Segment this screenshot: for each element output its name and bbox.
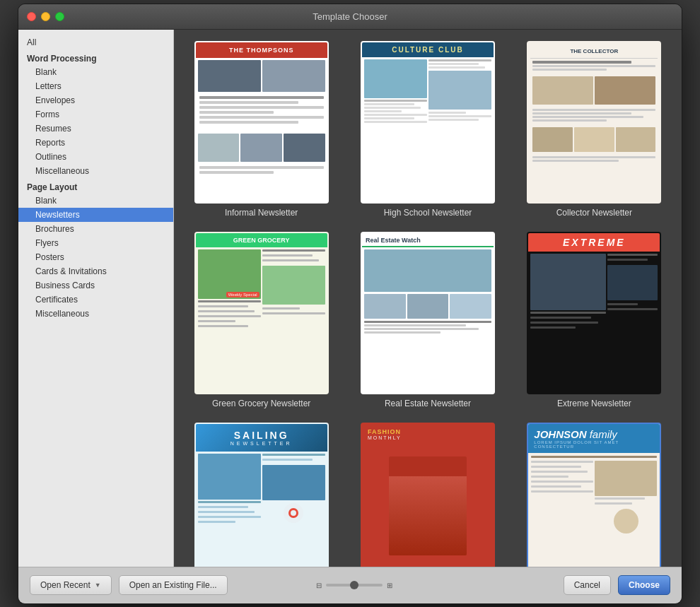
tpl-photo [607,265,658,300]
template-item-extreme[interactable]: EXTREME [518,232,670,408]
open-existing-label: Open an Existing File... [129,580,217,590]
zoom-thumb [350,581,358,589]
dropdown-arrow-icon: ▼ [95,582,101,589]
tpl-photo [364,249,491,292]
template-label-collector: Collector Newsletter [556,208,632,218]
tpl-photo [198,60,261,92]
template-thumbnail-extreme: EXTREME [527,232,661,394]
zoom-out-icon[interactable]: ⊟ [316,582,322,589]
tpl-photo [364,59,427,98]
tpl-photo [450,294,491,319]
tpl-header-collector: THE COLLECTOR [530,45,658,59]
template-thumbnail-informal: THE THOMPSONS [194,41,329,204]
tpl-photo [262,465,325,500]
sidebar-item-business-cards[interactable]: Business Cards [18,278,173,293]
sidebar-item-letters[interactable]: Letters [18,79,173,93]
tpl-photo [616,127,656,152]
template-label-highschool: High School Newsletter [384,208,472,218]
template-item-realestate[interactable]: Real Estate Watch [351,232,503,408]
maximize-button[interactable] [55,12,64,21]
zoom-control: ⊟ ⊞ [316,582,392,589]
titlebar: Template Chooser [18,4,682,30]
footer-actions: Cancel Choose [564,575,670,595]
sidebar-item-misc-pl[interactable]: Miscellaneous [18,307,173,321]
open-existing-button[interactable]: Open an Existing File... [119,575,228,595]
sidebar-item-blank-wp[interactable]: Blank [18,65,173,79]
sidebar-item-all[interactable]: All [18,35,173,49]
template-thumbnail-collector: THE COLLECTOR [527,41,661,204]
footer-bar: Open Recent ▼ Open an Existing File... ⊟… [18,567,682,603]
zoom-in-icon[interactable]: ⊞ [387,582,392,589]
tpl-header-informal: THE THOMPSONS [196,42,327,58]
choose-button[interactable]: Choose [618,575,670,595]
tpl-header-culture: CULTURE CLUB [362,42,494,57]
template-label-extreme: Extreme Newsletter [557,399,631,408]
sidebar-category-page-layout: Page Layout [18,178,173,194]
sidebar-item-flyers[interactable]: Flyers [18,236,173,250]
sidebar-category-word-processing: Word Processing [18,49,173,65]
sidebar: All Word Processing Blank Letters Envelo… [18,30,174,567]
zoom-slider[interactable] [326,584,383,587]
tpl-photo [198,454,261,500]
traffic-lights [27,12,64,21]
tpl-photo [532,127,573,152]
sidebar-item-misc-wp[interactable]: Miscellaneous [18,164,173,178]
sidebar-item-resumes[interactable]: Resumes [18,122,173,136]
template-item-informal[interactable]: THE THOMPSONS [185,41,337,218]
main-content: All Word Processing Blank Letters Envelo… [18,30,682,567]
sidebar-item-outlines[interactable]: Outlines [18,150,173,164]
tpl-ornament [614,509,638,534]
sidebar-item-reports[interactable]: Reports [18,136,173,150]
sidebar-item-newsletters[interactable]: Newsletters [18,208,173,222]
tpl-photo [428,71,491,110]
tpl-photo-person [389,456,467,555]
tpl-photo [574,127,614,152]
template-thumbnail-realestate: Real Estate Watch [361,232,495,394]
template-label-informal: Informal Newsletter [225,208,298,218]
template-item-collector[interactable]: THE COLLECTOR [518,41,670,218]
tpl-photo [198,134,240,162]
tpl-photo [407,294,449,319]
sidebar-item-blank-pl[interactable]: Blank [18,194,173,208]
tpl-photo [364,294,406,319]
tpl-header-sailing: SAILING NEWSLETTER [196,424,327,452]
sidebar-item-envelopes[interactable]: Envelopes [18,93,173,107]
tpl-photo [262,60,325,92]
tpl-header-modern: FASHION MONTHLY [362,424,494,444]
sidebar-item-certificates[interactable]: Certificates [18,293,173,307]
template-item-highschool[interactable]: CULTURE CLUB [351,41,503,218]
sidebar-item-posters[interactable]: Posters [18,250,173,264]
tpl-photo: Weekly Special [198,249,261,299]
template-label-realestate: Real Estate Newsletter [385,399,471,408]
template-thumbnail-family: JOHNSON family LOREM IPSUM DOLOR SIT AME… [527,423,661,567]
sidebar-item-forms[interactable]: Forms [18,107,173,122]
close-button[interactable] [27,12,36,21]
template-item-grocery[interactable]: GREEN GROCERY Weekly Special [185,232,337,408]
window-title: Template Chooser [313,11,387,22]
template-thumbnail-modern: FASHION MONTHLY [361,423,495,567]
template-chooser-window: Template Chooser All Word Processing Bla… [18,4,682,604]
sidebar-item-cards-invitations[interactable]: Cards & Invitations [18,264,173,278]
template-item-modern[interactable]: FASHION MONTHLY [351,423,503,567]
tpl-photo [595,76,655,105]
template-label-grocery: Green Grocery Newsletter [212,399,310,408]
open-recent-label: Open Recent [40,580,91,590]
tpl-photo [595,461,657,496]
template-item-family[interactable]: JOHNSON family LOREM IPSUM DOLOR SIT AME… [518,423,670,567]
tpl-header-family: JOHNSON family LOREM IPSUM DOLOR SIT AME… [528,424,660,453]
cancel-button[interactable]: Cancel [564,575,611,595]
template-thumbnail-highschool: CULTURE CLUB [361,41,495,204]
tpl-header-extreme: EXTREME [528,233,660,252]
tpl-photo [532,76,593,105]
sidebar-item-brochures[interactable]: Brochures [18,222,173,236]
templates-grid: THE THOMPSONS [185,41,670,567]
template-item-sailing[interactable]: SAILING NEWSLETTER [185,423,337,567]
minimize-button[interactable] [41,12,50,21]
open-recent-button[interactable]: Open Recent ▼ [30,575,112,595]
choose-label: Choose [629,580,660,590]
tpl-photo [284,134,325,162]
tpl-lifering [284,503,303,523]
template-thumbnail-grocery: GREEN GROCERY Weekly Special [194,232,329,394]
tpl-header-grocery: GREEN GROCERY [196,233,327,247]
tpl-header-realestate: Real Estate Watch [362,233,494,247]
